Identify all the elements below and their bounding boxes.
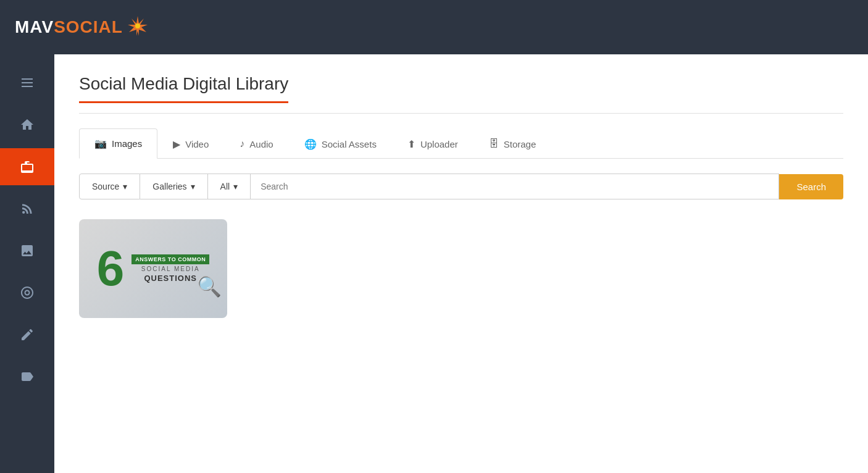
search-input[interactable] <box>251 174 778 199</box>
smq-social: SOCIAL MEDIA <box>131 266 209 272</box>
tab-uploader[interactable]: ⬆ Uploader <box>392 129 474 159</box>
top-header: MAV SOCIAL <box>0 0 868 54</box>
svg-rect-3 <box>22 82 33 83</box>
sidebar-item-tag[interactable] <box>0 358 54 395</box>
upload-icon: ⬆ <box>407 138 415 150</box>
source-dropdown[interactable]: Source ▾ <box>79 174 140 199</box>
svg-rect-2 <box>22 78 33 80</box>
logo-social: SOCIAL <box>54 17 123 37</box>
smq-content: 6 ANSWERS TO COMMON SOCIAL MEDIA QUESTIO… <box>97 244 209 293</box>
video-icon: ▶ <box>173 138 180 150</box>
sidebar <box>0 54 54 473</box>
svg-point-1 <box>135 23 140 28</box>
tab-audio[interactable]: ♪ Audio <box>224 129 288 158</box>
tab-uploader-label: Uploader <box>420 139 458 149</box>
search-wrapper <box>251 174 779 199</box>
tab-video[interactable]: ▶ Video <box>157 129 224 159</box>
globe-icon: 🌐 <box>304 138 317 150</box>
all-label: All <box>220 182 230 191</box>
image-grid: 6 ANSWERS TO COMMON SOCIAL MEDIA QUESTIO… <box>79 219 843 318</box>
sidebar-item-image[interactable] <box>0 232 54 269</box>
galleries-dropdown[interactable]: Galleries ▾ <box>140 174 207 199</box>
tab-social-assets[interactable]: 🌐 Social Assets <box>289 129 392 159</box>
source-chevron-icon: ▾ <box>123 182 127 191</box>
filter-bar: Source ▾ Galleries ▾ All ▾ Search <box>79 174 843 199</box>
tab-social-assets-label: Social Assets <box>322 139 377 149</box>
camera-icon: 📷 <box>94 138 107 149</box>
tab-audio-label: Audio <box>249 139 273 149</box>
image-card-smq[interactable]: 6 ANSWERS TO COMMON SOCIAL MEDIA QUESTIO… <box>79 219 227 318</box>
search-button-label: Search <box>796 182 826 192</box>
tab-storage-label: Storage <box>504 139 536 149</box>
magnifier-icon: 🔍 <box>197 275 222 298</box>
smq-number: 6 <box>97 244 125 293</box>
main-content: Social Media Digital Library 📷 Images ▶ … <box>54 54 868 473</box>
layout: Social Media Digital Library 📷 Images ▶ … <box>0 54 868 473</box>
smq-answers: ANSWERS TO COMMON <box>131 254 209 264</box>
sidebar-item-menu[interactable] <box>0 64 54 101</box>
tabs: 📷 Images ▶ Video ♪ Audio 🌐 Social Assets… <box>79 128 843 159</box>
tab-images-label: Images <box>112 138 142 149</box>
all-dropdown[interactable]: All ▾ <box>208 174 251 199</box>
galleries-chevron-icon: ▾ <box>191 182 195 191</box>
page-title: Social Media Digital Library <box>79 74 288 103</box>
sidebar-item-rss[interactable] <box>0 190 54 227</box>
logo-mav: MAV <box>15 17 54 37</box>
tab-images[interactable]: 📷 Images <box>79 128 157 159</box>
svg-rect-4 <box>22 86 33 87</box>
all-chevron-icon: ▾ <box>233 182 238 191</box>
logo-icon <box>127 15 149 40</box>
sidebar-item-target[interactable] <box>0 274 54 311</box>
galleries-label: Galleries <box>152 182 186 191</box>
svg-point-5 <box>22 211 25 214</box>
tab-video-label: Video <box>185 139 209 149</box>
tab-storage[interactable]: 🗄 Storage <box>474 129 552 158</box>
search-button[interactable]: Search <box>779 174 843 199</box>
audio-icon: ♪ <box>240 138 244 149</box>
sidebar-item-edit[interactable] <box>0 316 54 353</box>
page-title-section: Social Media Digital Library <box>79 74 843 114</box>
storage-icon: 🗄 <box>489 138 499 149</box>
source-label: Source <box>92 182 119 191</box>
sidebar-item-home[interactable] <box>0 106 54 143</box>
sidebar-item-briefcase[interactable] <box>0 148 54 185</box>
logo: MAV SOCIAL <box>15 15 149 40</box>
